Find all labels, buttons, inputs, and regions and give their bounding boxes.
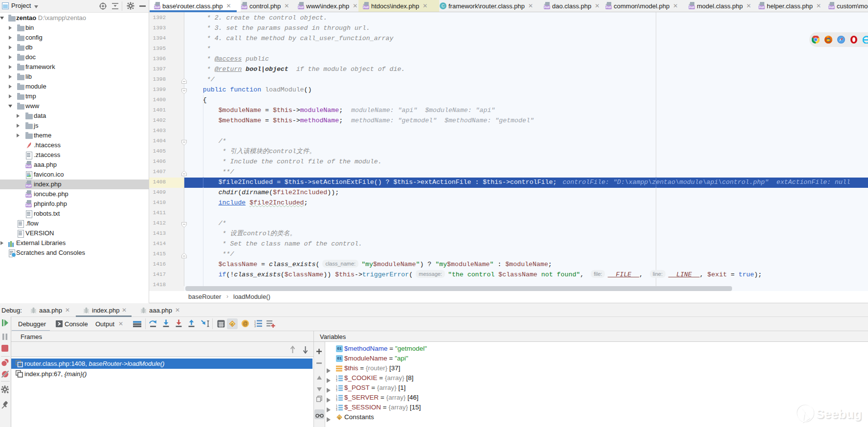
svg-text:3: 3 (254, 325, 256, 327)
svg-text:3: 3 (336, 389, 337, 391)
svg-text:c: c (338, 415, 341, 420)
svg-text:3: 3 (336, 399, 337, 401)
svg-text:c: c (231, 322, 234, 326)
svg-text:3: 3 (336, 408, 337, 411)
svg-text:3: 3 (336, 379, 337, 382)
svg-text:@: @ (243, 321, 247, 326)
